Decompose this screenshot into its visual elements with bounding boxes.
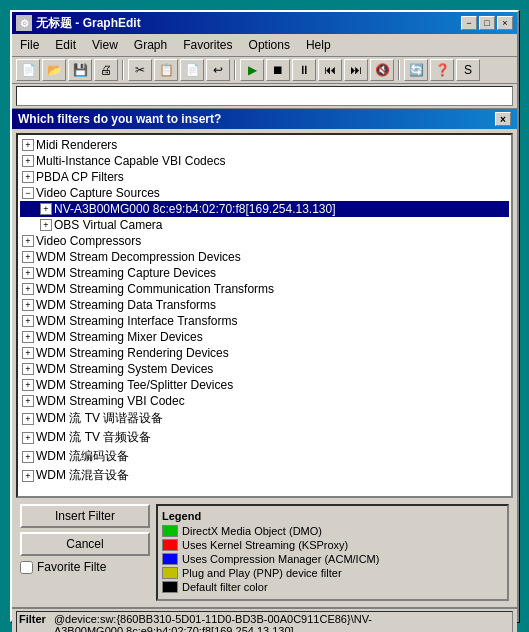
tree-item-wdm-streaming-mixer[interactable]: + WDM Streaming Mixer Devices <box>20 329 509 345</box>
legend-text-pnp: Plug and Play (PNP) device filter <box>182 567 342 579</box>
app-icon: ⚙ <box>16 15 32 31</box>
tree-item-wdm-streaming-data[interactable]: + WDM Streaming Data Transforms <box>20 297 509 313</box>
toolbar-paste[interactable]: 📄 <box>180 59 204 81</box>
insert-filter-button[interactable]: Insert Filter <box>20 504 150 528</box>
window-title: 无标题 - GraphEdit <box>36 15 141 32</box>
tree-item-wdm-mixer[interactable]: + WDM 流混音设备 <box>20 466 509 485</box>
legend-color-ksproxy <box>162 539 178 551</box>
expand-icon[interactable]: + <box>22 155 34 167</box>
toolbar-rewind[interactable]: ⏮ <box>318 59 342 81</box>
cancel-button[interactable]: Cancel <box>20 532 150 556</box>
toolbar-s[interactable]: S <box>456 59 480 81</box>
tree-item-label: WDM Streaming Mixer Devices <box>36 330 203 344</box>
toolbar-save[interactable]: 💾 <box>68 59 92 81</box>
expand-icon[interactable]: + <box>22 347 34 359</box>
title-bar: ⚙ 无标题 - GraphEdit − □ × <box>12 12 517 34</box>
toolbar-sep2 <box>234 60 236 80</box>
toolbar-mute[interactable]: 🔇 <box>370 59 394 81</box>
menu-view[interactable]: View <box>84 36 126 54</box>
tree-item-video-capture[interactable]: − Video Capture Sources <box>20 185 509 201</box>
tree-item-wdm-tv-audio[interactable]: + WDM 流 TV 音频设备 <box>20 428 509 447</box>
favorite-checkbox[interactable] <box>20 561 33 574</box>
toolbar-forward[interactable]: ⏭ <box>344 59 368 81</box>
dialog-content: + Midi Renderers + Multi-Instance Capabl… <box>12 129 517 607</box>
tree-item-wdm-streaming-vbi[interactable]: + WDM Streaming VBI Codec <box>20 393 509 409</box>
favorite-row: Favorite Filte <box>20 560 150 574</box>
toolbar-sep1 <box>122 60 124 80</box>
legend-color-default <box>162 581 178 593</box>
status-bar: Filter @device:sw:{860BB310-5D01-11D0-BD… <box>12 607 517 632</box>
expand-icon[interactable]: + <box>22 413 34 425</box>
expand-icon[interactable]: + <box>40 219 52 231</box>
tree-item-label: WDM Streaming Rendering Devices <box>36 346 229 360</box>
menu-options[interactable]: Options <box>241 36 298 54</box>
tree-item-wdm-tv-tuner[interactable]: + WDM 流 TV 调谐器设备 <box>20 409 509 428</box>
tree-item-nv-camera[interactable]: + NV-A3B00MG000 8c:e9:b4:02:70:f8[169.25… <box>20 201 509 217</box>
tree-item-label: PBDA CP Filters <box>36 170 124 184</box>
status-path-line2: A3B00MG000 8c:e9:b4:02:70:f8[169.254.13.… <box>54 625 372 632</box>
tree-item-midi[interactable]: + Midi Renderers <box>20 137 509 153</box>
expand-icon[interactable]: + <box>22 267 34 279</box>
tree-item-wdm-stream-decomp[interactable]: + WDM Stream Decompression Devices <box>20 249 509 265</box>
title-bar-buttons: − □ × <box>461 16 513 30</box>
tree-item-wdm-streaming-comm[interactable]: + WDM Streaming Communication Transforms <box>20 281 509 297</box>
tree-item-pbda[interactable]: + PBDA CP Filters <box>20 169 509 185</box>
expand-icon[interactable]: + <box>22 331 34 343</box>
expand-icon[interactable]: + <box>22 171 34 183</box>
legend-text-dmo: DirectX Media Object (DMO) <box>182 525 322 537</box>
menu-graph[interactable]: Graph <box>126 36 175 54</box>
legend-box: Legend DirectX Media Object (DMO) Uses K… <box>156 504 509 601</box>
tree-item-wdm-encoder[interactable]: + WDM 流编码设备 <box>20 447 509 466</box>
toolbar-help[interactable]: ❓ <box>430 59 454 81</box>
expand-icon[interactable]: + <box>22 315 34 327</box>
toolbar-refresh[interactable]: 🔄 <box>404 59 428 81</box>
toolbar-cut[interactable]: ✂ <box>128 59 152 81</box>
expand-icon[interactable]: + <box>22 251 34 263</box>
tree-item-label: Midi Renderers <box>36 138 117 152</box>
expand-icon[interactable]: + <box>22 451 34 463</box>
toolbar-stop[interactable]: ⏹ <box>266 59 290 81</box>
tree-item-label: WDM Streaming Capture Devices <box>36 266 216 280</box>
tree-item-label: WDM 流混音设备 <box>36 467 129 484</box>
title-bar-left: ⚙ 无标题 - GraphEdit <box>16 15 141 32</box>
menu-file[interactable]: File <box>12 36 47 54</box>
expand-icon[interactable]: + <box>22 470 34 482</box>
toolbar-copy[interactable]: 📋 <box>154 59 178 81</box>
minimize-button[interactable]: − <box>461 16 477 30</box>
expand-icon[interactable]: + <box>22 283 34 295</box>
toolbar-print[interactable]: 🖨 <box>94 59 118 81</box>
expand-icon[interactable]: + <box>22 379 34 391</box>
tree-item-label: WDM Streaming VBI Codec <box>36 394 185 408</box>
tree-item-wdm-streaming-tee[interactable]: + WDM Streaming Tee/Splitter Devices <box>20 377 509 393</box>
legend-item-pnp: Plug and Play (PNP) device filter <box>162 567 503 579</box>
close-button[interactable]: × <box>497 16 513 30</box>
toolbar-input[interactable] <box>16 86 513 106</box>
menu-edit[interactable]: Edit <box>47 36 84 54</box>
maximize-button[interactable]: □ <box>479 16 495 30</box>
toolbar-open[interactable]: 📂 <box>42 59 66 81</box>
expand-icon[interactable]: + <box>22 395 34 407</box>
filter-tree-list[interactable]: + Midi Renderers + Multi-Instance Capabl… <box>16 133 513 498</box>
expand-icon[interactable]: + <box>22 139 34 151</box>
menu-help[interactable]: Help <box>298 36 339 54</box>
expand-icon[interactable]: − <box>22 187 34 199</box>
tree-item-vbi-codecs[interactable]: + Multi-Instance Capable VBI Codecs <box>20 153 509 169</box>
tree-item-wdm-streaming-interface[interactable]: + WDM Streaming Interface Transforms <box>20 313 509 329</box>
tree-item-wdm-streaming-rendering[interactable]: + WDM Streaming Rendering Devices <box>20 345 509 361</box>
dialog-close-button[interactable]: × <box>495 112 511 126</box>
toolbar-play[interactable]: ▶ <box>240 59 264 81</box>
tree-item-label: WDM 流 TV 音频设备 <box>36 429 151 446</box>
toolbar-new[interactable]: 📄 <box>16 59 40 81</box>
tree-item-obs[interactable]: + OBS Virtual Camera <box>20 217 509 233</box>
toolbar-pause[interactable]: ⏸ <box>292 59 316 81</box>
menu-favorites[interactable]: Favorites <box>175 36 240 54</box>
tree-item-wdm-streaming-system[interactable]: + WDM Streaming System Devices <box>20 361 509 377</box>
toolbar-undo[interactable]: ↩ <box>206 59 230 81</box>
expand-icon[interactable]: + <box>22 235 34 247</box>
tree-item-wdm-streaming-capture[interactable]: + WDM Streaming Capture Devices <box>20 265 509 281</box>
expand-icon[interactable]: + <box>22 432 34 444</box>
tree-item-video-compressors[interactable]: + Video Compressors <box>20 233 509 249</box>
expand-icon[interactable]: + <box>22 363 34 375</box>
expand-icon[interactable]: + <box>22 299 34 311</box>
expand-icon[interactable]: + <box>40 203 52 215</box>
